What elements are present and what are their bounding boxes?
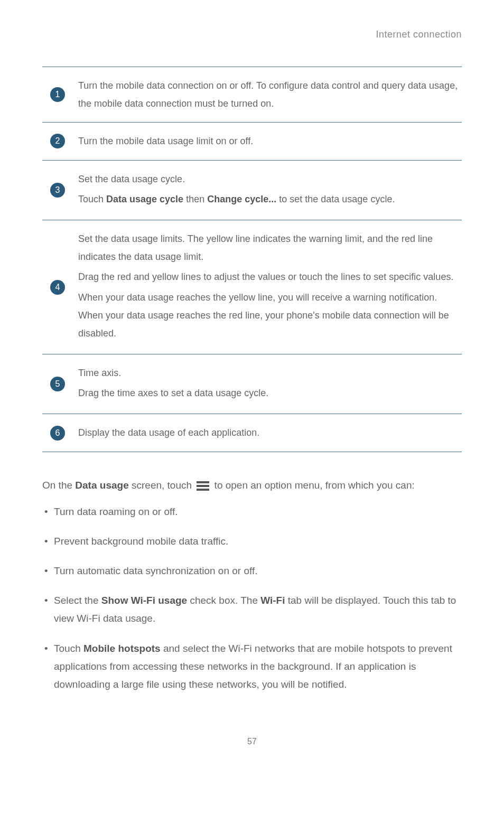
list-item: Prevent background mobile data traffic. <box>42 532 462 550</box>
lower-text: On the Data usage screen, touch to open … <box>0 452 504 694</box>
intro-mid: screen, touch <box>129 480 195 491</box>
svg-rect-1 <box>197 485 209 487</box>
list-item: Turn data roaming on or off. <box>42 503 462 521</box>
table-row: 4Set the data usage limits. The yellow l… <box>42 220 462 354</box>
row-description: Turn the mobile data connection on or of… <box>78 77 462 113</box>
menu-icon <box>197 481 209 491</box>
number-badge: 2 <box>50 134 65 148</box>
row-description: Time axis.Drag the time axes to set a da… <box>78 364 462 404</box>
table-row: 1Turn the mobile data connection on or o… <box>42 67 462 122</box>
page-number: 57 <box>0 705 504 762</box>
table: 1Turn the mobile data connection on or o… <box>0 40 504 452</box>
intro-post: to open an option menu, from which you c… <box>211 480 414 491</box>
svg-rect-2 <box>197 489 209 491</box>
table-row: 2Turn the mobile data usage limit on or … <box>42 122 462 160</box>
list-item: Select the Show Wi-Fi usage check box. T… <box>42 592 462 628</box>
intro-pre: On the <box>42 480 75 491</box>
table-row: 5Time axis.Drag the time axes to set a d… <box>42 354 462 414</box>
number-badge: 3 <box>50 183 65 198</box>
number-badge: 4 <box>50 280 65 295</box>
table-row: 3Set the data usage cycle.Touch Data usa… <box>42 160 462 220</box>
page-header: Internet connection <box>0 0 504 40</box>
row-description: Display the data usage of each applicati… <box>78 424 462 442</box>
number-badge: 6 <box>50 426 65 441</box>
intro-paragraph: On the Data usage screen, touch to open … <box>42 476 462 495</box>
row-description: Set the data usage cycle.Touch Data usag… <box>78 170 462 210</box>
row-description: Set the data usage limits. The yellow li… <box>78 230 462 344</box>
list-item: Turn automatic data synchronization on o… <box>42 562 462 580</box>
row-description: Turn the mobile data usage limit on or o… <box>78 132 462 150</box>
svg-rect-0 <box>197 481 209 483</box>
number-badge: 1 <box>50 87 65 102</box>
list-item: Touch Mobile hotspots and select the Wi-… <box>42 640 462 694</box>
intro-bold: Data usage <box>75 480 128 491</box>
number-badge: 5 <box>50 377 65 391</box>
bullet-list: Turn data roaming on or off.Prevent back… <box>42 503 462 694</box>
table-row: 6Display the data usage of each applicat… <box>42 414 462 452</box>
